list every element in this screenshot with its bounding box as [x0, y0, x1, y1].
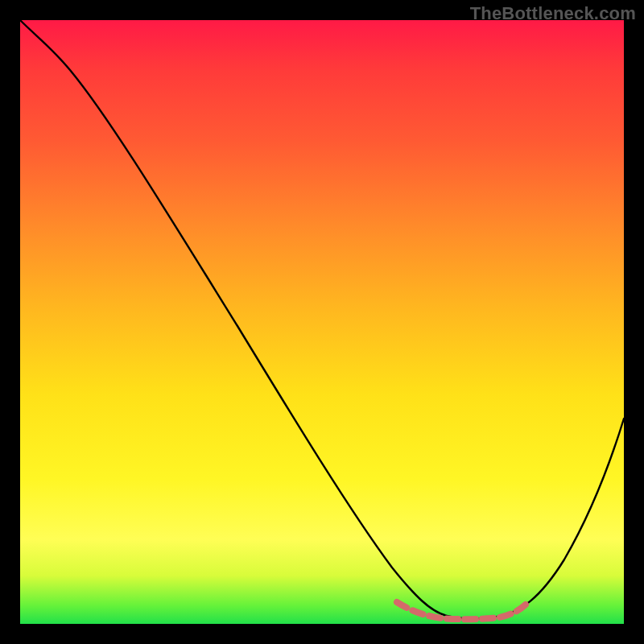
bottleneck-curve	[20, 20, 624, 619]
plot-area	[20, 20, 624, 624]
chart-canvas: TheBottleneck.com	[0, 0, 644, 644]
highlight-flat	[397, 602, 526, 619]
curve-layer	[20, 20, 624, 624]
